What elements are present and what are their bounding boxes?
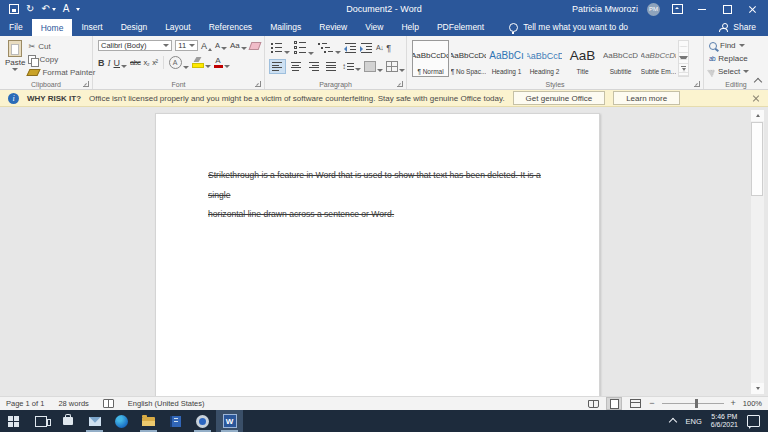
change-case-button[interactable]: Aa [230, 41, 247, 50]
document-text[interactable]: Strikethrough is a feature in Word that … [208, 166, 553, 225]
task-view-button[interactable] [27, 410, 54, 432]
minimize-button[interactable] [694, 2, 710, 16]
styles-dialog-launcher-icon[interactable] [694, 81, 700, 87]
page-indicator[interactable]: Page 1 of 1 [6, 399, 44, 408]
tab-pdfelement[interactable]: PDFelement [428, 18, 493, 36]
tab-layout[interactable]: Layout [156, 18, 200, 36]
edge-button[interactable] [108, 410, 135, 432]
word-taskbar-button[interactable]: W [216, 410, 243, 432]
account-name[interactable]: Patricia Mworozi [572, 4, 638, 14]
align-left-button[interactable] [270, 60, 285, 73]
share-button[interactable]: Share [719, 18, 756, 36]
line-spacing-button[interactable]: ↕ [342, 62, 361, 71]
sort-icon[interactable]: A↓ [376, 44, 383, 51]
font-family-select[interactable]: Calibri (Body) [98, 40, 172, 51]
close-button[interactable] [744, 2, 760, 16]
bold-button[interactable]: B [98, 58, 105, 68]
italic-button[interactable]: I [108, 58, 111, 68]
paragraph-dialog-launcher-icon[interactable] [397, 81, 403, 87]
underline-button[interactable]: U [114, 58, 128, 68]
style-normal[interactable]: AaBbCcDc ¶ Normal [412, 40, 449, 77]
styles-scroll-down-icon[interactable] [679, 53, 688, 65]
input-language[interactable]: ENG [685, 417, 701, 426]
tab-view[interactable]: View [356, 18, 392, 36]
tab-file[interactable]: File [0, 18, 32, 36]
align-center-button[interactable] [288, 60, 303, 73]
shrink-font-button[interactable]: A [215, 41, 227, 50]
zoom-in-button[interactable]: + [731, 399, 736, 408]
start-button[interactable] [0, 410, 27, 432]
word-count[interactable]: 28 words [58, 399, 88, 408]
get-genuine-office-button[interactable]: Get genuine Office [513, 91, 606, 105]
mail-button[interactable] [81, 410, 108, 432]
zoom-level[interactable]: 100% [743, 399, 762, 408]
clipboard-dialog-launcher-icon[interactable] [83, 81, 89, 87]
justify-button[interactable] [324, 60, 339, 73]
zoom-slider[interactable] [662, 403, 724, 404]
restore-button[interactable] [719, 2, 735, 16]
web-layout-button[interactable] [628, 398, 642, 409]
avatar[interactable]: PM [647, 3, 660, 16]
tab-design[interactable]: Design [112, 18, 156, 36]
decrease-indent-icon[interactable] [344, 42, 357, 54]
redo-icon[interactable]: ↻ [26, 4, 34, 14]
font-color-button[interactable]: A [214, 57, 230, 68]
style-heading-1[interactable]: AaBbCı Heading 1 [488, 40, 525, 77]
shading-button[interactable] [364, 61, 383, 72]
font-dialog-launcher-icon[interactable] [255, 81, 261, 87]
replace-button[interactable]: ab Replace [709, 54, 764, 63]
highlight-color-button[interactable] [192, 57, 211, 68]
format-painter-button[interactable]: Format Painter [28, 68, 95, 77]
print-layout-button[interactable] [607, 398, 621, 409]
customize-qat-chevron-icon[interactable] [76, 8, 80, 11]
learn-more-button[interactable]: Learn more [613, 91, 680, 105]
round-app-button[interactable] [189, 410, 216, 432]
action-center-icon[interactable] [747, 415, 760, 427]
subscript-button[interactable]: x₂ [144, 58, 150, 67]
tab-insert[interactable]: Insert [72, 18, 111, 36]
superscript-button[interactable]: x² [152, 58, 157, 67]
bullets-button[interactable] [270, 42, 290, 54]
style-no-spacing[interactable]: AaBbCcDc ¶ No Spac... [450, 40, 487, 77]
proofing-book-icon[interactable] [103, 399, 114, 408]
zoom-out-button[interactable]: − [649, 399, 654, 408]
undo-button[interactable]: ↶ [41, 4, 55, 14]
show-hide-pilcrow-icon[interactable]: ¶ [386, 43, 391, 53]
scrollbar-thumb[interactable] [751, 122, 763, 196]
strikethrough-button[interactable]: abc [130, 58, 141, 67]
ribbon-display-options-button[interactable] [669, 2, 685, 16]
align-right-button[interactable] [306, 60, 321, 73]
style-subtle-emphasis[interactable]: AaBbCcDt Subtle Em... [640, 40, 677, 77]
style-subtitle[interactable]: AaBbCcD Subtitle [602, 40, 639, 77]
style-heading-2[interactable]: AaBbCcD Heading 2 [526, 40, 563, 77]
show-hidden-icons-chevron-icon[interactable] [669, 418, 677, 426]
language-indicator[interactable]: English (United States) [128, 399, 205, 408]
text-effects-button[interactable]: A [169, 56, 189, 69]
zoom-slider-knob[interactable] [695, 399, 698, 408]
font-size-select[interactable]: 11 [175, 40, 198, 51]
document-page[interactable]: Strikethrough is a feature in Word that … [155, 113, 600, 396]
tab-references[interactable]: References [200, 18, 261, 36]
tab-help[interactable]: Help [392, 18, 427, 36]
tell-me-box[interactable]: Tell me what you want to do [509, 18, 628, 36]
increase-indent-icon[interactable] [360, 42, 373, 54]
numbering-button[interactable] [293, 40, 314, 55]
read-mode-button[interactable] [586, 398, 600, 409]
notebook-app-button[interactable] [162, 410, 189, 432]
clock[interactable]: 5:46 PM 6/6/2021 [711, 413, 738, 430]
style-title[interactable]: AaB Title [564, 40, 601, 77]
clear-formatting-icon[interactable] [248, 42, 261, 50]
tab-review[interactable]: Review [310, 18, 356, 36]
save-icon[interactable] [9, 4, 19, 14]
multilevel-list-button[interactable] [317, 42, 341, 54]
borders-button[interactable] [386, 61, 405, 72]
paste-button[interactable]: Paste [5, 40, 25, 77]
tab-mailings[interactable]: Mailings [261, 18, 310, 36]
file-explorer-button[interactable] [135, 410, 162, 432]
vertical-scrollbar[interactable] [751, 110, 764, 394]
select-button[interactable]: Select [709, 67, 764, 76]
tab-home[interactable]: Home [32, 19, 73, 36]
find-button[interactable]: Find [709, 41, 764, 50]
close-warning-icon[interactable] [752, 94, 760, 102]
store-button[interactable] [54, 410, 81, 432]
